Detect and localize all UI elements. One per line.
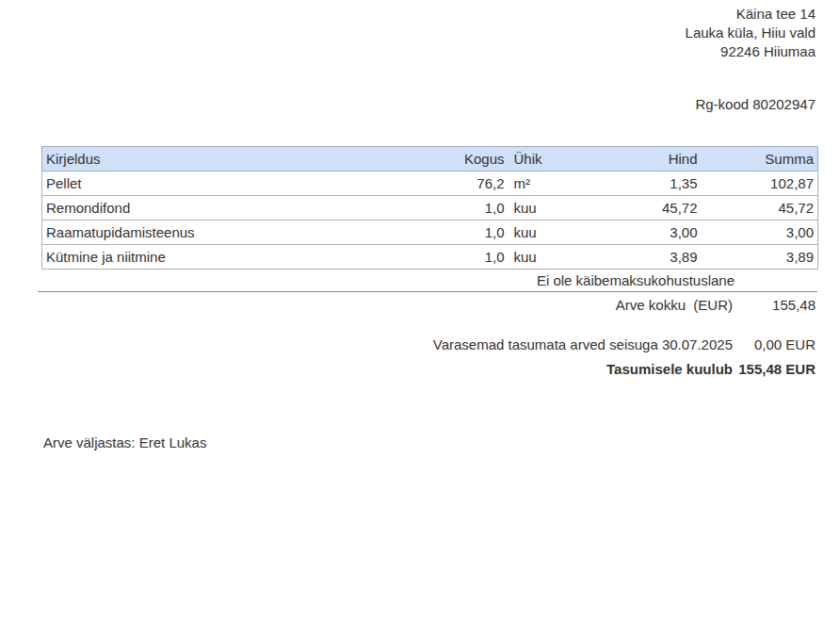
- cell-unit: kuu: [509, 196, 574, 221]
- invoice-total-value: 155,48: [733, 297, 816, 313]
- cell-sum: 102,87: [702, 172, 818, 196]
- address-line-2: Lauka küla, Hiiu vald: [686, 24, 816, 42]
- recipient-address: Käina tee 14 Lauka küla, Hiiu vald 92246…: [686, 5, 816, 61]
- cell-description: Kütmine ja niitmine: [42, 245, 421, 270]
- cell-unit: kuu: [509, 245, 574, 270]
- issued-by-text: Arve väljastas: Eret Lukas: [43, 434, 206, 450]
- invoice-page: Käina tee 14 Lauka küla, Hiiu vald 92246…: [0, 0, 840, 638]
- header-sum: Summa: [702, 147, 818, 172]
- header-description: Kirjeldus: [42, 147, 421, 172]
- header-quantity: Kogus: [421, 147, 509, 172]
- cell-unit: m²: [509, 172, 574, 196]
- cell-description: Remondifond: [42, 196, 421, 221]
- cell-sum: 45,72: [702, 196, 818, 221]
- table-row: Remondifond 1,0 kuu 45,72 45,72: [42, 196, 818, 221]
- cell-price: 3,89: [574, 245, 702, 270]
- previous-unpaid-label: Varasemad tasumata arved seisuga 30.07.2…: [433, 336, 733, 352]
- registry-code: Rg-kood 80202947: [695, 96, 816, 112]
- address-line-1: Käina tee 14: [686, 5, 816, 24]
- vat-exemption-note: Ei ole käibemaksukohustuslane: [537, 272, 735, 288]
- table-row: Pellet 76,2 m² 1,35 102,87: [42, 172, 818, 196]
- amount-due-label: Tasumisele kuulub: [606, 361, 733, 377]
- cell-description: Pellet: [42, 172, 421, 196]
- cell-price: 3,00: [574, 221, 702, 245]
- table-header-row: Kirjeldus Kogus Ühik Hind Summa: [42, 147, 818, 172]
- previous-unpaid-row: Varasemad tasumata arved seisuga 30.07.2…: [41, 336, 816, 352]
- cell-quantity: 1,0: [421, 245, 509, 270]
- cell-unit: kuu: [509, 221, 574, 245]
- cell-quantity: 1,0: [421, 196, 509, 221]
- table-header: Kirjeldus Kogus Ühik Hind Summa: [42, 147, 818, 172]
- table-row: Raamatupidamisteenus 1,0 kuu 3,00 3,00: [42, 221, 818, 245]
- cell-sum: 3,00: [702, 221, 818, 245]
- cell-description: Raamatupidamisteenus: [42, 221, 421, 245]
- amount-due-row: Tasumisele kuulub 155,48 EUR: [41, 361, 816, 377]
- invoice-total-row: Arve kokku (EUR) 155,48: [41, 297, 816, 313]
- header-unit: Ühik: [509, 147, 574, 172]
- header-price: Hind: [574, 147, 702, 172]
- previous-unpaid-value: 0,00 EUR: [733, 336, 816, 352]
- summary-divider-line: [38, 291, 817, 292]
- address-line-3: 92246 Hiiumaa: [686, 42, 816, 61]
- cell-quantity: 1,0: [421, 221, 509, 245]
- amount-due-value: 155,48 EUR: [733, 361, 816, 377]
- cell-price: 1,35: [574, 172, 702, 196]
- table-row: Kütmine ja niitmine 1,0 kuu 3,89 3,89: [42, 245, 818, 270]
- invoice-total-label: Arve kokku (EUR): [616, 297, 733, 313]
- invoice-lines-table: Kirjeldus Kogus Ühik Hind Summa Pellet 7…: [41, 146, 818, 270]
- cell-price: 45,72: [574, 196, 702, 221]
- cell-sum: 3,89: [702, 245, 818, 270]
- cell-quantity: 76,2: [421, 172, 509, 196]
